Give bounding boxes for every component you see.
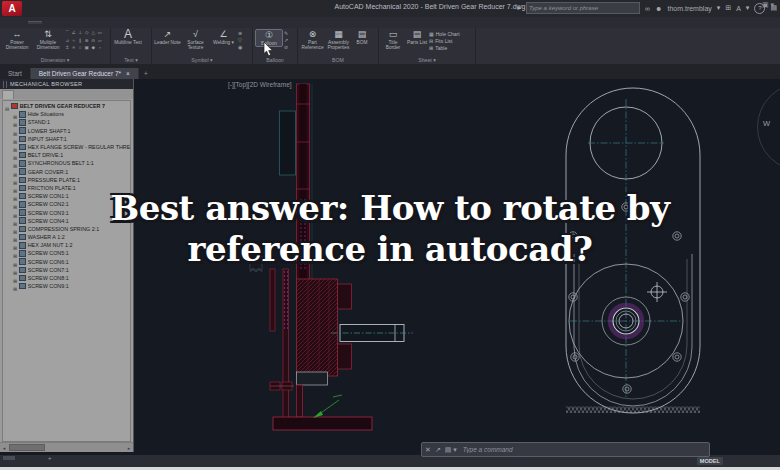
panel-symbol: ↗ Leader Note √ Surface Texture ∠ Weldin… bbox=[152, 28, 253, 64]
ribbon-tab[interactable] bbox=[98, 22, 112, 24]
scrollbar-thumb[interactable] bbox=[9, 444, 45, 451]
headline-overlay: Best answer: How to rotate by reference … bbox=[0, 188, 780, 270]
panel-label-bom[interactable]: BOM bbox=[300, 56, 376, 64]
file-tab-active[interactable]: Belt Driven Gear Reducer 7* × bbox=[31, 68, 139, 79]
symbol-tool-icon[interactable]: ⊕ bbox=[238, 30, 242, 36]
sheet-small-icon: ⊞ bbox=[429, 45, 433, 51]
layout-tab[interactable] bbox=[29, 456, 41, 460]
command-input[interactable] bbox=[461, 445, 706, 454]
panel-label-sheet[interactable]: Sheet ▾ bbox=[381, 56, 473, 64]
assembly-properties-icon: ▦ bbox=[334, 29, 343, 40]
bom-icon: ▤ bbox=[358, 29, 367, 40]
dimension-tool-icon[interactable]: ▱ bbox=[97, 37, 104, 45]
ribbon-tab[interactable] bbox=[14, 22, 28, 24]
ribbon-tab[interactable] bbox=[112, 22, 126, 24]
tree-item[interactable]: BELT DRIVE:1 bbox=[3, 151, 130, 159]
parts-list-button[interactable]: ▤ Parts List bbox=[406, 29, 428, 45]
expand-toggle-icon[interactable] bbox=[13, 277, 17, 295]
search-caret-icon[interactable]: ▸ bbox=[518, 4, 522, 12]
ribbon-display-toggle-icon[interactable]: ▣ ▾ bbox=[762, 1, 774, 9]
tree-item[interactable]: PRESSURE PLATE:1 bbox=[3, 176, 130, 184]
command-line[interactable]: ✕ ↗ ▤ ▾ bbox=[421, 442, 710, 457]
ribbon-tab[interactable] bbox=[84, 22, 98, 24]
assembly-properties-button[interactable]: ▦ Assembly Properties bbox=[326, 29, 351, 51]
command-customize-icon[interactable]: ↗ bbox=[435, 446, 441, 454]
fits-list-button[interactable]: ⊟ Fits List bbox=[429, 38, 460, 44]
welding-button[interactable]: ∠ Welding ▾ bbox=[210, 29, 237, 45]
ribbon-tab[interactable] bbox=[0, 22, 14, 24]
parts-list-icon: ▤ bbox=[413, 29, 422, 40]
username-label[interactable]: thom.tremblay bbox=[667, 5, 711, 12]
surface-texture-button[interactable]: √ Surface Texture bbox=[182, 29, 209, 51]
ribbon-tab[interactable] bbox=[154, 22, 168, 24]
user-caret-icon[interactable]: ▾ bbox=[717, 4, 721, 12]
layout-tab[interactable] bbox=[3, 456, 15, 460]
tree-item[interactable]: HEX FLANGE SCREW - REGULAR THREAD bbox=[3, 143, 130, 151]
tree-item[interactable]: SCREW CON9:1 bbox=[3, 282, 130, 290]
panel-label-symbol[interactable]: Symbol ▾ bbox=[154, 56, 250, 64]
part-reference-icon: ⊗ bbox=[309, 29, 317, 40]
panel-grip-icon[interactable] bbox=[3, 81, 7, 88]
part-icon bbox=[19, 177, 26, 184]
browser-header[interactable]: MECHANICAL BROWSER bbox=[0, 79, 133, 89]
table-button[interactable]: ⊞ Table bbox=[429, 45, 460, 51]
ribbon-tab[interactable] bbox=[28, 21, 42, 24]
dimension-tool-icon[interactable]: ▫ bbox=[97, 44, 104, 52]
balloon-tool-icon[interactable]: ↗ bbox=[284, 37, 288, 43]
power-dimension-button[interactable]: ↔ Power Dimension bbox=[2, 29, 32, 51]
leader-note-button[interactable]: ↗ Leader Note bbox=[154, 29, 181, 45]
tree-item[interactable]: STAND:1 bbox=[3, 118, 130, 126]
power-dimension-icon: ↔ bbox=[13, 29, 22, 40]
close-tab-icon[interactable]: × bbox=[126, 70, 130, 77]
part-reference-button[interactable]: ⊗ Part Reference bbox=[300, 29, 325, 51]
multiline-text-button[interactable]: A Multiline Text bbox=[113, 29, 143, 45]
multiple-dimension-button[interactable]: ⇅ Multiple Dimension bbox=[33, 29, 63, 51]
symbol-tool-icon[interactable]: ▽ bbox=[238, 37, 242, 43]
tree-item[interactable]: Hide Situations bbox=[3, 110, 130, 118]
ribbon-tab[interactable] bbox=[42, 22, 56, 24]
panel-label-text[interactable]: Text ▾ bbox=[113, 56, 149, 64]
expand-toggle-icon[interactable] bbox=[5, 100, 9, 115]
scroll-left-icon[interactable]: ◂ bbox=[0, 445, 8, 451]
search-binoculars-icon[interactable]: ∞ bbox=[645, 5, 650, 12]
panel-text: A Multiline Text Text ▾ bbox=[111, 28, 152, 64]
tree-item[interactable]: SYNCHRONOUS BELT 1:1 bbox=[3, 159, 130, 167]
new-tab-button[interactable]: + bbox=[139, 68, 153, 79]
browser-tab[interactable] bbox=[2, 90, 14, 99]
sheet-small-icon: ▦ bbox=[429, 31, 434, 37]
headline-line2: reference in autocad? bbox=[0, 229, 780, 270]
autodesk-account-icon[interactable]: A bbox=[736, 5, 741, 12]
dimension-tool-icon[interactable]: ▭ bbox=[97, 29, 104, 37]
tree-item[interactable]: GEAR COVER:1 bbox=[3, 168, 130, 176]
ribbon-tab[interactable] bbox=[56, 22, 70, 24]
search-input[interactable] bbox=[526, 2, 640, 14]
balloon-tool-icon[interactable]: ⊘ bbox=[284, 44, 288, 50]
account-caret-icon[interactable]: ▾ bbox=[746, 4, 750, 12]
layout-tab[interactable] bbox=[16, 456, 28, 460]
scroll-right-icon[interactable]: ▸ bbox=[125, 445, 133, 451]
symbol-tool-icon[interactable]: ◉ bbox=[238, 44, 242, 50]
ribbon-tab[interactable] bbox=[126, 22, 140, 24]
new-layout-button[interactable]: + bbox=[42, 453, 58, 463]
tree-item[interactable]: SCREW CON8:1 bbox=[3, 274, 130, 282]
title-border-icon: ▭ bbox=[389, 29, 398, 40]
recent-commands-icon[interactable]: ▤ ▾ bbox=[445, 446, 457, 454]
file-tab-start[interactable]: Start bbox=[0, 68, 31, 79]
panel-label-dimension[interactable]: Dimension ▾ bbox=[2, 56, 108, 64]
hole-chart-button[interactable]: ▦ Hole Chart bbox=[429, 31, 460, 37]
tree-item[interactable]: LOWER SHAFT:1 bbox=[3, 127, 130, 135]
ribbon-tab[interactable] bbox=[70, 22, 84, 24]
user-avatar-icon[interactable]: ☻ bbox=[655, 5, 662, 12]
autocad-logo-icon[interactable]: A bbox=[2, 1, 22, 16]
balloon-tool-icon[interactable]: ✎ bbox=[284, 30, 288, 36]
panel-label-balloon[interactable]: Balloon bbox=[255, 56, 295, 64]
command-close-icon[interactable]: ✕ bbox=[425, 446, 431, 454]
browser-tab[interactable] bbox=[15, 90, 25, 99]
app-store-icon[interactable]: ⊞ bbox=[725, 4, 731, 12]
title-border-button[interactable]: ▭ Title Border bbox=[381, 29, 405, 51]
bom-button[interactable]: ▤ BOM bbox=[352, 29, 372, 45]
tree-item[interactable]: INPUT SHAFT:1 bbox=[3, 135, 130, 143]
tree-item-root[interactable]: BELT DRIVEN GEAR REDUCER 7 bbox=[3, 102, 130, 110]
model-space-badge[interactable]: MODEL bbox=[697, 457, 723, 465]
ribbon-tab[interactable] bbox=[140, 22, 154, 24]
